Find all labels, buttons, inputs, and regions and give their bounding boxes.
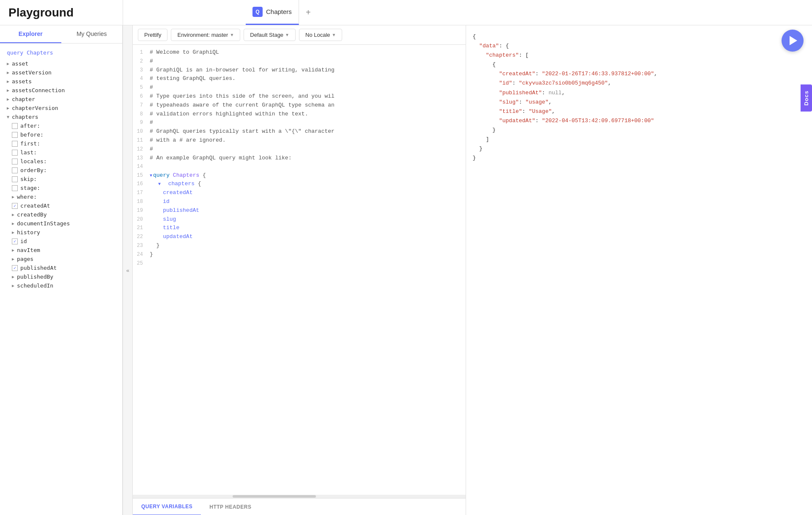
arrow-icon: ▶ <box>7 106 9 110</box>
tree-item-assets[interactable]: ▶assets <box>0 77 122 86</box>
id-key: "id" <box>499 80 512 86</box>
sidebar-collapse-button[interactable]: « <box>123 25 133 515</box>
title-val: "Usage" <box>529 108 552 115</box>
add-tab-button[interactable]: + <box>299 0 318 25</box>
chevron-icon: ▼ <box>230 33 234 37</box>
arrow-icon: ▶ <box>12 257 14 261</box>
locale-button[interactable]: No Locale ▼ <box>299 29 342 41</box>
toolbar: Prettify Environment: master ▼ Default S… <box>133 25 466 45</box>
data-key: "data" <box>479 43 499 49</box>
code-editor[interactable]: 1 # Welcome to GraphiQL 2 # 3 # GraphiQL… <box>133 45 466 495</box>
line-7: 7 # typeaheads aware of the current Grap… <box>133 101 466 110</box>
tree-item-publishedat[interactable]: ✓publishedAt <box>0 263 122 272</box>
tab-icon: Q <box>252 7 263 17</box>
checkbox-skip[interactable] <box>12 176 18 182</box>
line-12: 12 # <box>133 145 466 154</box>
tree-item-first[interactable]: first: <box>0 139 122 148</box>
top-bar: Playground Q Chapters + <box>0 0 812 25</box>
slug-key: "slug" <box>499 99 519 105</box>
tree-item-createdat[interactable]: ✓createdAt <box>0 201 122 210</box>
tree-item-pages[interactable]: ▶pages <box>0 255 122 263</box>
line-8: 8 # validation errors highlighted within… <box>133 110 466 119</box>
tree-item-scheduledin[interactable]: ▶scheduledIn <box>0 281 122 290</box>
checkbox-after[interactable] <box>12 123 18 129</box>
checkbox-first[interactable] <box>12 141 18 147</box>
checkbox-orderby[interactable] <box>12 167 18 173</box>
tree-item-before[interactable]: before: <box>0 130 122 139</box>
sidebar-tabs: Explorer My Queries <box>0 25 122 44</box>
editor-scrollbar[interactable] <box>133 495 466 498</box>
tree-item-asset[interactable]: ▶asset <box>0 59 122 68</box>
line-10: 10 # GraphQL queries typically start wit… <box>133 127 466 136</box>
query-label: query Chapters <box>0 48 122 59</box>
chapters-key: "chapters" <box>486 52 519 58</box>
line-11: 11 # with a # are ignored. <box>133 136 466 145</box>
publishedat-val: null <box>549 90 562 96</box>
tree-item-navitem[interactable]: ▶navItem <box>0 246 122 255</box>
tree-item-documentinstages[interactable]: ▶documentInStages <box>0 219 122 228</box>
arrow-icon: ▶ <box>12 212 14 217</box>
tree-item-after[interactable]: after: <box>0 121 122 130</box>
arrow-icon: ▶ <box>12 194 14 199</box>
checkbox-before[interactable] <box>12 132 18 138</box>
tree-item-where[interactable]: ▶where: <box>0 192 122 201</box>
environment-button[interactable]: Environment: master ▼ <box>171 29 240 41</box>
checkbox-last[interactable] <box>12 150 18 156</box>
scroll-thumb[interactable] <box>233 495 316 498</box>
tree-item-orderby[interactable]: orderBy: <box>0 166 122 175</box>
line-13: 13 # An example GraphQL query might look… <box>133 154 466 163</box>
line-22: 22 updatedAt <box>133 233 466 241</box>
arrow-icon: ▶ <box>12 221 14 226</box>
checkbox-locales[interactable] <box>12 159 18 164</box>
tree-item-history[interactable]: ▶history <box>0 228 122 237</box>
createdat-val: "2022-01-26T17:46:33.937812+00:00" <box>542 71 654 77</box>
checkbox-publishedat[interactable]: ✓ <box>12 265 18 271</box>
line-23: 23 } <box>133 241 466 250</box>
query-variables-tab[interactable]: QUERY VARIABLES <box>133 499 201 515</box>
http-headers-tab[interactable]: HTTP HEADERS <box>201 499 260 515</box>
checkbox-id[interactable]: ✓ <box>12 238 18 244</box>
tree-item-chapterversion[interactable]: ▶chapterVersion <box>0 104 122 112</box>
updatedat-key: "updatedAt" <box>499 118 535 124</box>
line-17: 17 createdAt <box>133 189 466 197</box>
editor-content[interactable]: 1 # Welcome to GraphiQL 2 # 3 # GraphiQL… <box>133 45 466 271</box>
run-button[interactable] <box>782 30 804 52</box>
tree-item-chapters[interactable]: ▼chapters <box>0 112 122 121</box>
createdat-key: "createdAt" <box>499 71 535 77</box>
tree-item-assetversion[interactable]: ▶assetVersion <box>0 68 122 77</box>
tree-item-publishedby[interactable]: ▶publishedBy <box>0 272 122 281</box>
chevron-icon: ▼ <box>285 33 289 37</box>
tab-chapters[interactable]: Q Chapters <box>246 0 299 25</box>
tree-item-locales[interactable]: locales: <box>0 157 122 166</box>
tab-explorer[interactable]: Explorer <box>0 25 61 43</box>
arrow-icon: ▶ <box>12 274 14 279</box>
line-25: 25 <box>133 259 466 268</box>
prettify-button[interactable]: Prettify <box>138 29 167 41</box>
app-title: Playground <box>0 6 123 19</box>
arrow-icon: ▶ <box>12 283 14 288</box>
line-24: 24 } <box>133 250 466 259</box>
line-4: 4 # testing GraphQL queries. <box>133 74 466 83</box>
line-16: 16 ▼ chapters { <box>133 180 466 189</box>
tree-item-stage[interactable]: stage: <box>0 184 122 192</box>
checkbox-stage[interactable] <box>12 185 18 191</box>
tree-item-skip[interactable]: skip: <box>0 175 122 184</box>
stage-button[interactable]: Default Stage ▼ <box>244 29 296 41</box>
tree-item-createdby[interactable]: ▶createdBy <box>0 210 122 219</box>
tree-item-assetsconnection[interactable]: ▶assetsConnection <box>0 86 122 95</box>
stage-label: Default Stage <box>250 32 283 38</box>
docs-button[interactable]: Docs <box>801 85 812 112</box>
arrow-icon: ▶ <box>7 97 9 101</box>
line-19: 19 publishedAt <box>133 206 466 215</box>
title-key: "title" <box>499 108 522 115</box>
tree-item-id[interactable]: ✓id <box>0 237 122 246</box>
tab-my-queries[interactable]: My Queries <box>61 25 123 43</box>
line-21: 21 title <box>133 224 466 233</box>
tree-item-chapter[interactable]: ▶chapter <box>0 95 122 104</box>
arrow-icon: ▶ <box>7 61 9 66</box>
line-3: 3 # GraphiQL is an in-browser tool for w… <box>133 66 466 75</box>
line-6: 6 # Type queries into this side of the s… <box>133 92 466 101</box>
line-5: 5 # <box>133 83 466 92</box>
tree-item-last[interactable]: last: <box>0 148 122 157</box>
checkbox-createdat[interactable]: ✓ <box>12 203 18 209</box>
